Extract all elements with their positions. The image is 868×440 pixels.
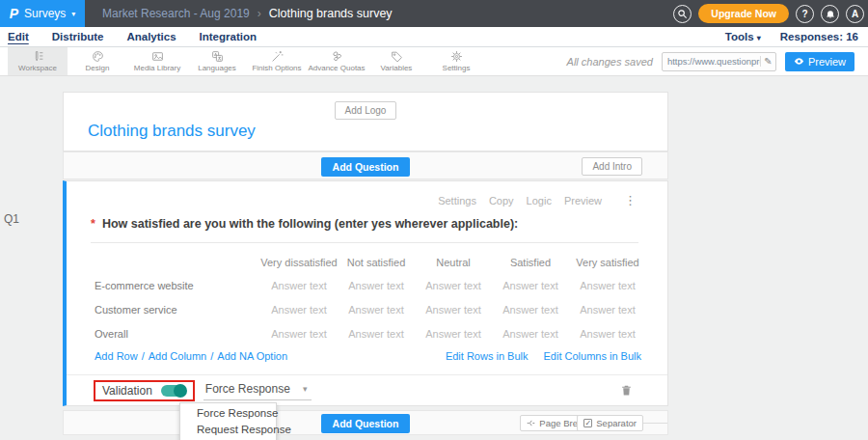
notifications-button[interactable] [821, 5, 839, 23]
toolbar-item-finish-options[interactable]: Finish Options [247, 47, 307, 75]
add-na-option-link[interactable]: Add NA Option [217, 350, 287, 362]
edit-rows-in-bulk-link[interactable]: Edit Rows in Bulk [446, 350, 529, 362]
validation-row: Validation Force Response ▾ [67, 374, 667, 405]
column-header[interactable]: Satisfied [492, 257, 569, 268]
toolbar-label: Finish Options [252, 64, 301, 72]
toolbar-item-variables[interactable]: Variables [366, 47, 426, 75]
chevron-down-icon: ▾ [71, 10, 75, 18]
answer-cell[interactable]: Answer text [260, 304, 338, 316]
tab-integration[interactable]: Integration [200, 31, 257, 42]
answer-cell[interactable]: Answer text [338, 304, 415, 316]
toggle-knob [174, 384, 187, 398]
question-mark-icon: ? [801, 9, 807, 19]
validation-toggle[interactable] [161, 385, 186, 397]
add-question-strip-top: Add Question Add Intro [63, 151, 668, 179]
question-settings-button[interactable]: Settings [438, 195, 476, 206]
toolbar-item-design[interactable]: Design [68, 47, 127, 75]
question-text[interactable]: How satisfied are you with the following… [102, 217, 518, 231]
column-header[interactable]: Neutral [415, 257, 492, 268]
annotation-highlight: Validation [94, 380, 195, 401]
question-copy-button[interactable]: Copy [489, 195, 514, 206]
editor-toolbar: Workspace Design Media Library Languages… [0, 47, 868, 76]
answer-cell[interactable]: Answer text [492, 304, 569, 316]
row-label[interactable]: Customer service [95, 304, 260, 316]
survey-nav: Edit Distribute Analytics Integration To… [0, 27, 868, 47]
answer-cell[interactable]: Answer text [415, 328, 492, 340]
survey-url-field[interactable]: https://www.questionpro.com/t/APNrFZ ✎ [662, 52, 776, 71]
add-logo-button[interactable]: Add Logo [335, 101, 397, 120]
toolbar-item-advance-quotas[interactable]: Advance Quotas [307, 47, 366, 75]
answer-cell[interactable]: Answer text [569, 280, 646, 291]
toolbar-item-languages[interactable]: Languages [187, 47, 247, 75]
response-mode-value: Force Response [205, 382, 290, 396]
response-mode-menu: Force Response Request Response [179, 402, 277, 440]
answer-cell[interactable]: Answer text [338, 280, 415, 291]
preview-label: Preview [808, 56, 846, 68]
tab-distribute[interactable]: Distribute [52, 31, 104, 42]
nav-right: Tools ▾ Responses: 16 [725, 31, 858, 42]
menu-item-request-response[interactable]: Request Response [180, 422, 276, 438]
answer-cell[interactable]: Answer text [492, 328, 569, 340]
add-intro-button[interactable]: Add Intro [582, 157, 642, 176]
translate-icon [211, 50, 224, 63]
response-mode-dropdown[interactable]: Force Response ▾ [203, 381, 312, 400]
answer-cell[interactable]: Answer text [415, 304, 492, 316]
answer-cell[interactable]: Answer text [569, 304, 646, 316]
search-button[interactable] [673, 5, 692, 23]
add-column-link[interactable]: Add Column [149, 350, 207, 362]
question-card: Settings Copy Logic Preview ⋮ *How satis… [63, 180, 668, 406]
delete-question-icon[interactable] [620, 383, 633, 398]
tab-edit[interactable]: Edit [8, 31, 29, 42]
answer-cell[interactable]: Answer text [415, 280, 492, 291]
column-header[interactable]: Not satisfied [338, 257, 415, 268]
answer-cell[interactable]: Answer text [569, 328, 646, 340]
image-icon [151, 50, 164, 63]
menu-item-force-response[interactable]: Force Response [180, 405, 276, 422]
add-row-link[interactable]: Add Row [95, 350, 138, 362]
more-options-icon[interactable]: ⋮ [624, 193, 637, 207]
edit-columns-in-bulk-link[interactable]: Edit Columns in Bulk [544, 350, 642, 362]
validation-label: Validation [102, 384, 152, 398]
bell-icon [826, 9, 835, 19]
separator-toggle[interactable]: ✓ Separator [577, 415, 643, 431]
column-header[interactable]: Very dissatisfied [260, 257, 338, 268]
toolbar-label: Languages [198, 64, 236, 72]
avatar[interactable]: A [846, 5, 864, 23]
row-label[interactable]: E-commerce website [95, 280, 260, 291]
eye-icon [794, 56, 804, 67]
workspace-icon [32, 50, 44, 63]
tab-analytics[interactable]: Analytics [126, 31, 176, 42]
toolbar-item-media-library[interactable]: Media Library [127, 47, 187, 75]
avatar-letter: A [852, 9, 858, 19]
toolbar-item-workspace[interactable]: Workspace [8, 47, 68, 75]
row-label[interactable]: Overall [95, 328, 260, 340]
answer-cell[interactable]: Answer text [260, 328, 338, 340]
upgrade-now-button[interactable]: Upgrade Now [698, 4, 789, 23]
breadcrumb-current: Clothing brands survey [269, 7, 393, 20]
toolbar-item-settings[interactable]: Settings [426, 47, 486, 75]
question-preview-button[interactable]: Preview [564, 195, 602, 206]
preview-button[interactable]: Preview [785, 52, 854, 71]
answer-cell[interactable]: Answer text [338, 328, 415, 340]
answer-cell[interactable]: Answer text [260, 280, 338, 291]
surveys-menu[interactable]: P Surveys ▾ [0, 0, 85, 27]
add-question-button-bottom[interactable]: Add Question [321, 414, 411, 433]
responses-link[interactable]: Responses: 16 [780, 31, 858, 42]
column-header[interactable]: Very satisfied [569, 257, 646, 268]
help-button[interactable]: ? [796, 5, 814, 23]
question-logic-button[interactable]: Logic [527, 195, 552, 206]
add-question-strip-bottom: Add Question Page Break ✓ Separator [63, 410, 668, 435]
palette-icon [92, 50, 104, 63]
toolbar-label: Workspace [18, 64, 57, 72]
table-links-row: Add Row/Add Column/Add NA Option Edit Ro… [95, 350, 641, 362]
breadcrumb-folder[interactable]: Market Research - Aug 2019 [102, 7, 250, 20]
answer-cell[interactable]: Answer text [492, 280, 569, 291]
chain-icon [331, 50, 343, 63]
survey-title[interactable]: Clothing brands survey [88, 122, 256, 141]
tools-menu[interactable]: Tools ▾ [725, 31, 761, 42]
edit-url-icon[interactable]: ✎ [760, 56, 775, 67]
toolbar-label: Media Library [134, 64, 180, 72]
page-break-icon [527, 419, 535, 427]
matrix-header-row: Very dissatisfied Not satisfied Neutral … [95, 251, 667, 273]
add-question-button-top[interactable]: Add Question [321, 157, 411, 177]
